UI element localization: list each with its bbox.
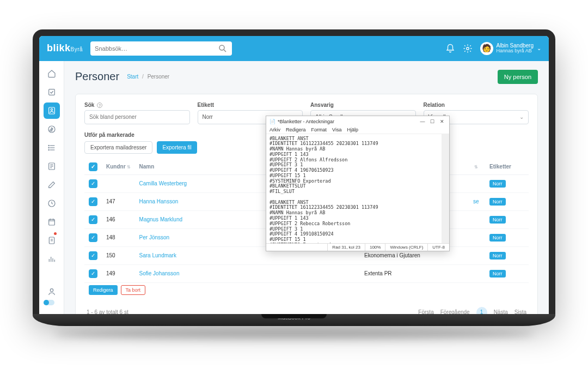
pager-prev[interactable]: Föregående <box>440 309 470 314</box>
svg-point-0 <box>219 45 224 50</box>
status-eol: Windows (CRLF) <box>385 244 428 251</box>
cell-extra <box>469 174 485 192</box>
cell-extra <box>469 210 485 228</box>
breadcrumb-current: Personer <box>148 74 170 80</box>
alert-dot-icon <box>54 232 57 235</box>
svg-point-29 <box>50 288 53 291</box>
notepad-titlebar[interactable]: 📄 *Blanketter - Anteckningar — ☐ ✕ <box>266 116 449 127</box>
brand-suffix: Byrå <box>71 46 83 52</box>
menu-visa[interactable]: Visa <box>332 127 341 132</box>
new-person-button[interactable]: Ny person <box>498 70 538 84</box>
notepad-app-icon: 📄 <box>270 119 275 124</box>
user-menu[interactable]: 🧑 Albin Sandberg Hannas byrå AB ⌄ <box>480 42 541 55</box>
brand-logo: blikkByrå <box>47 43 83 54</box>
svg-line-1 <box>224 50 226 52</box>
chevron-down-icon: ⌄ <box>537 45 541 51</box>
search-icon <box>218 44 228 53</box>
cell-namn[interactable]: Per Jönsson <box>139 234 170 240</box>
close-icon[interactable]: ✕ <box>438 119 446 124</box>
bell-icon[interactable] <box>445 44 455 53</box>
avatar: 🧑 <box>480 42 493 55</box>
cell-namn[interactable]: Hanna Hansson <box>139 198 179 204</box>
sidebar-reports[interactable] <box>44 158 60 174</box>
inline-edit-button[interactable]: Redigera <box>89 285 118 295</box>
sidebar-calendar[interactable] <box>44 214 60 230</box>
sidebar-time[interactable] <box>44 195 60 212</box>
notepad-textarea[interactable]: #BLANKETT ANST #IDENTITET 161122334455 2… <box>266 134 449 243</box>
sidebar <box>39 61 64 314</box>
minimize-icon[interactable]: — <box>419 119 426 124</box>
row-checkbox[interactable]: ✓ <box>89 233 97 242</box>
svg-rect-18 <box>48 219 54 225</box>
cell-extra <box>469 264 485 282</box>
svg-point-2 <box>466 47 469 50</box>
sidebar-user-settings[interactable] <box>44 283 60 300</box>
cell-kundnr: 147 <box>102 192 135 210</box>
chevron-down-icon: ⌄ <box>519 114 524 120</box>
pager-last[interactable]: Sista <box>514 309 526 314</box>
svg-point-10 <box>48 145 49 146</box>
svg-rect-22 <box>49 237 54 244</box>
cell-kundnr: 150 <box>102 246 135 264</box>
inline-remove-button[interactable]: Ta bort <box>121 285 146 295</box>
menu-hjalp[interactable]: Hjälp <box>347 127 358 132</box>
menu-redigera[interactable]: Redigera <box>286 127 306 132</box>
filter-relation-label: Relation <box>424 102 529 108</box>
cell-kundnr <box>102 174 135 192</box>
pager-next[interactable]: Nästa <box>494 309 508 314</box>
tag-badge: Norr <box>489 180 506 188</box>
row-checkbox[interactable]: ✓ <box>89 251 97 260</box>
sidebar-edit[interactable] <box>44 177 60 193</box>
select-all-checkbox[interactable]: ✓ <box>89 162 97 171</box>
filter-ansvarig-label: Ansvarig <box>310 102 416 108</box>
export-mail-button[interactable]: Exportera mailadresser <box>84 141 152 154</box>
notepad-window[interactable]: 📄 *Blanketter - Anteckningar — ☐ ✕ Arkiv… <box>266 116 450 251</box>
table-row: ✓149Sofie JohanssonExtenta PRNorr <box>84 264 529 282</box>
col-kundnr[interactable]: Kundnr <box>106 164 126 170</box>
sidebar-finance[interactable] <box>44 121 60 137</box>
global-search[interactable] <box>90 41 232 56</box>
svg-point-5 <box>51 108 52 110</box>
user-org: Hannas byrå AB <box>497 49 534 54</box>
breadcrumb-root[interactable]: Start <box>127 74 138 80</box>
tag-badge: Norr <box>489 198 506 206</box>
pager-first[interactable]: Första <box>418 309 433 314</box>
cell-namn[interactable]: Sara Lundmark <box>139 252 176 258</box>
sidebar-doc-alert[interactable] <box>44 232 60 249</box>
cell-namn[interactable]: Sofie Johansson <box>139 270 180 276</box>
cell-org: Extenta PR <box>360 264 469 282</box>
row-checkbox[interactable]: ✓ <box>89 215 97 224</box>
row-checkbox[interactable]: ✓ <box>89 269 97 278</box>
menu-format[interactable]: Format <box>311 127 327 132</box>
cell-kundnr: 148 <box>102 228 135 246</box>
top-bar: blikkByrå 🧑 Albin Sandberg Hannas byrå A… <box>39 36 549 61</box>
filter-sok-input[interactable] <box>84 110 190 124</box>
export-file-button[interactable]: Exportera fil <box>157 141 197 154</box>
filter-sok-label: Sök <box>84 102 94 108</box>
notepad-title: *Blanketter - Anteckningar <box>278 119 416 124</box>
menu-arkiv[interactable]: Arkiv <box>270 127 280 132</box>
tag-badge: Norr <box>489 270 506 277</box>
sort-icon[interactable]: ⇅ <box>474 165 478 170</box>
row-checkbox[interactable]: ✓ <box>89 197 97 206</box>
col-etiketter[interactable]: Etiketter <box>489 164 511 170</box>
sidebar-persons[interactable] <box>44 102 60 119</box>
cell-kundnr: 149 <box>102 264 135 282</box>
sidebar-list[interactable] <box>44 140 60 156</box>
sidebar-toggle[interactable] <box>44 300 54 305</box>
row-checkbox[interactable]: ✓ <box>89 179 97 188</box>
gear-icon[interactable] <box>463 44 473 53</box>
sidebar-stats[interactable] <box>44 251 60 267</box>
global-search-input[interactable] <box>95 45 218 52</box>
cell-namn[interactable]: Camilla Westerberg <box>139 180 187 186</box>
col-namn[interactable]: Namn <box>139 164 155 170</box>
sidebar-tasks[interactable] <box>44 84 60 100</box>
result-count: 1 - 6 av totalt 6 st <box>87 309 128 314</box>
maximize-icon[interactable]: ☐ <box>428 119 436 124</box>
cell-namn[interactable]: Magnus Marklund <box>139 216 182 222</box>
sort-icon[interactable]: ⇅ <box>127 165 131 170</box>
help-icon[interactable]: ? <box>97 102 102 108</box>
status-zoom: 100% <box>365 244 385 251</box>
sidebar-home[interactable] <box>44 65 60 82</box>
pager-current: 1 <box>476 307 487 314</box>
